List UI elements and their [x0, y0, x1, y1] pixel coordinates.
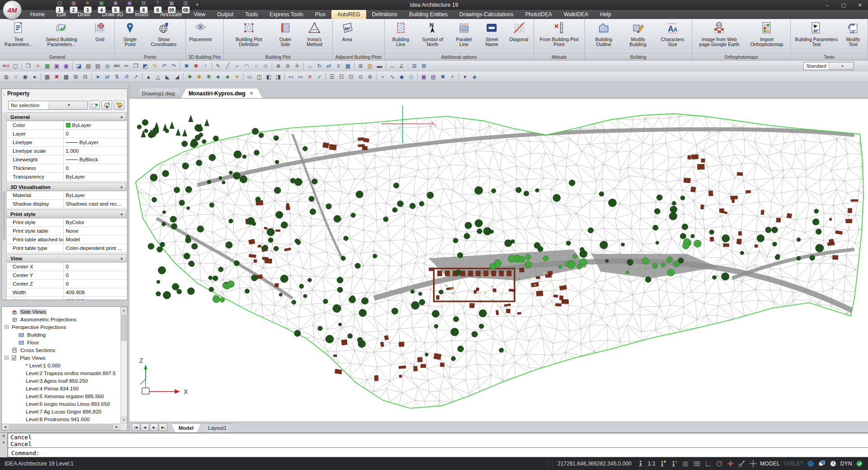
quick-select-button[interactable]: [101, 100, 112, 110]
tb1-tool-16[interactable]: ◩: [141, 61, 150, 70]
ribbon-button-text-parameters[interactable]: Text Parameters...: [2, 20, 36, 48]
ribbon-button-building-plot-definition[interactable]: Building Plot Definition: [226, 20, 272, 48]
property-value[interactable]: 0: [63, 130, 127, 138]
tb1-tool-9[interactable]: ◪: [74, 61, 84, 70]
scroll-thumb[interactable]: [9, 424, 113, 430]
tb2-tool-48[interactable]: ◇: [406, 72, 416, 81]
dyn-toggle[interactable]: DYN: [840, 461, 852, 467]
property-value[interactable]: ByLayer: [63, 191, 127, 199]
tree-horizontal-scrollbar[interactable]: ◀ ▶: [2, 423, 120, 430]
property-value[interactable]: 181.116: [63, 297, 127, 300]
layout-nav-1[interactable]: ◀: [141, 423, 149, 431]
tb1-tool-43[interactable]: ▨: [365, 61, 375, 70]
tree-item[interactable]: Cross Sections: [3, 346, 120, 354]
tab-help[interactable]: Help: [594, 10, 617, 19]
tb1-tool-1[interactable]: ▢: [11, 61, 20, 70]
ribbon-button-image-from-web-page-google-earth[interactable]: Image from Web page-Google Earth: [694, 20, 745, 48]
ribbon-button-area[interactable]: m²Area: [335, 20, 360, 43]
tb1-tool-47[interactable]: ∠: [397, 61, 406, 70]
clock-icon[interactable]: [829, 460, 838, 468]
tb1-tool-27[interactable]: ⌐: [232, 61, 242, 70]
ribbon-button-modify-building[interactable]: Modify Building: [621, 20, 655, 48]
tb2-tool-37[interactable]: ✓: [315, 72, 324, 81]
property-value[interactable]: ByLayer: [63, 138, 127, 146]
ribbon-button-from-building-plot-point[interactable]: From Building Plot Point: [536, 20, 583, 48]
tb1-tool-3[interactable]: ❐: [24, 61, 33, 70]
ribbon-button-placement[interactable]: Placement: [188, 20, 214, 43]
layout-nav-0[interactable]: |◀: [132, 423, 140, 431]
layout-nav-3[interactable]: ▶|: [159, 423, 167, 431]
check-icon[interactable]: [855, 460, 863, 468]
gear-icon[interactable]: [807, 460, 815, 468]
property-value[interactable]: Model: [63, 235, 127, 244]
command-close-icon[interactable]: ✕: [0, 433, 7, 439]
tree-item[interactable]: Axonometric Projections: [3, 315, 120, 323]
tb2-tool-6[interactable]: ✖: [52, 72, 61, 81]
ribbon-button-symbol-of-north[interactable]: NSymbol of North: [415, 20, 450, 48]
tb2-tool-31[interactable]: ◧: [264, 72, 274, 81]
palette-grip[interactable]: ⁞: [3, 90, 4, 99]
property-value[interactable]: None: [63, 227, 127, 235]
drawing-tab-1[interactable]: Drawing1.dwg: [135, 89, 184, 98]
qat-button-5[interactable]: ▣5: [108, 0, 123, 14]
tb2-tool-34[interactable]: ↤: [286, 72, 296, 81]
tb1-tool-46[interactable]: ↔: [387, 61, 397, 70]
filter-button[interactable]: [113, 100, 124, 110]
tb2-tool-13[interactable]: ⇅: [112, 72, 122, 81]
ribbon-button-import-orthophotomap[interactable]: Import Orthophotomap: [745, 20, 788, 48]
tb1-tool-28[interactable]: ◠: [242, 61, 251, 70]
tb2-tool-39[interactable]: ☰: [327, 72, 337, 81]
ribbon-button-building-parameters-text[interactable]: Building Parameters Text: [793, 20, 840, 48]
tab-output[interactable]: Output: [211, 10, 239, 19]
chevron-down-icon[interactable]: ▼: [48, 101, 88, 109]
tab-building-entities[interactable]: Building Entities: [403, 10, 453, 19]
tb1-tool-36[interactable]: ↔: [305, 61, 315, 70]
tb2-tool-1[interactable]: ○: [11, 72, 20, 81]
scroll-left-icon[interactable]: ◀: [2, 424, 9, 430]
tb2-tool-7[interactable]: ▩: [61, 72, 71, 81]
tree-vertical-scrollbar[interactable]: ▲ ▼: [120, 307, 127, 423]
property-value[interactable]: 1.000: [63, 147, 127, 155]
tb1-tool-22[interactable]: ✖: [191, 61, 201, 70]
otrack-icon[interactable]: [737, 460, 746, 468]
property-value[interactable]: ByBlock: [63, 155, 127, 164]
style-combobox[interactable]: Standard▾: [803, 62, 854, 70]
osnap-icon[interactable]: [726, 460, 735, 468]
tb2-tool-15[interactable]: ↗: [131, 72, 141, 81]
property-value[interactable]: ByLayer: [63, 121, 127, 129]
snap-grid-icon[interactable]: [681, 460, 689, 468]
selection-combobox[interactable]: No selection ▼: [8, 101, 88, 110]
tb1-tool-18[interactable]: ↶: [160, 61, 169, 70]
tb2-tool-55[interactable]: ▾: [460, 72, 470, 81]
tb1-tool-0[interactable]: BLD: [1, 61, 11, 70]
polar-icon[interactable]: [715, 460, 723, 468]
qat-overflow-icon[interactable]: ▾: [196, 2, 198, 7]
palette-scroll-rail[interactable]: [2, 113, 7, 300]
scroll-down-icon[interactable]: ▼: [121, 417, 127, 423]
tb2-tool-14[interactable]: ↺: [122, 72, 131, 81]
tree-item[interactable]: Plan Views: [3, 354, 120, 362]
ribbon-button-show-coordinates[interactable]: Show Coordinates: [144, 20, 184, 48]
maximize-button[interactable]: ▢: [835, 0, 852, 10]
tb2-tool-45[interactable]: ≈: [378, 72, 387, 81]
select-add-button[interactable]: [89, 100, 100, 110]
qat-button-3[interactable]: ✳3: [80, 0, 94, 14]
command-expand-icon[interactable]: ▼: [0, 439, 7, 446]
tb1-tool-49[interactable]: ⊞: [410, 61, 419, 70]
section-header-3d-visualisation[interactable]: 3D Visualisation▲: [7, 183, 127, 191]
property-value[interactable]: 409.908: [63, 288, 127, 296]
tb2-tool-40[interactable]: ☷: [337, 72, 346, 81]
tb1-tool-10[interactable]: ▤: [84, 61, 93, 70]
tree-item[interactable]: Level:3 Agios Iosif 850.250: [3, 377, 120, 385]
section-header-general[interactable]: General▲: [7, 113, 127, 121]
tab-drawings-calculations[interactable]: Drawings-Calculations: [453, 10, 519, 19]
tree-collapse-icon[interactable]: [5, 356, 9, 360]
tree-item[interactable]: Level:7 Ag Lucas Grigor 896.820: [3, 408, 120, 415]
collapse-icon[interactable]: ▲: [120, 212, 123, 216]
tb2-tool-42[interactable]: ⊙: [356, 72, 365, 81]
tab-autoreg[interactable]: AutoREG: [331, 10, 366, 19]
ribbon-button-parallel-line[interactable]: Parallel Line: [450, 20, 477, 48]
tab-layout1[interactable]: Layout1: [201, 423, 234, 432]
collapse-icon[interactable]: ▲: [120, 256, 123, 260]
tb2-tool-23[interactable]: ✱: [194, 72, 204, 81]
